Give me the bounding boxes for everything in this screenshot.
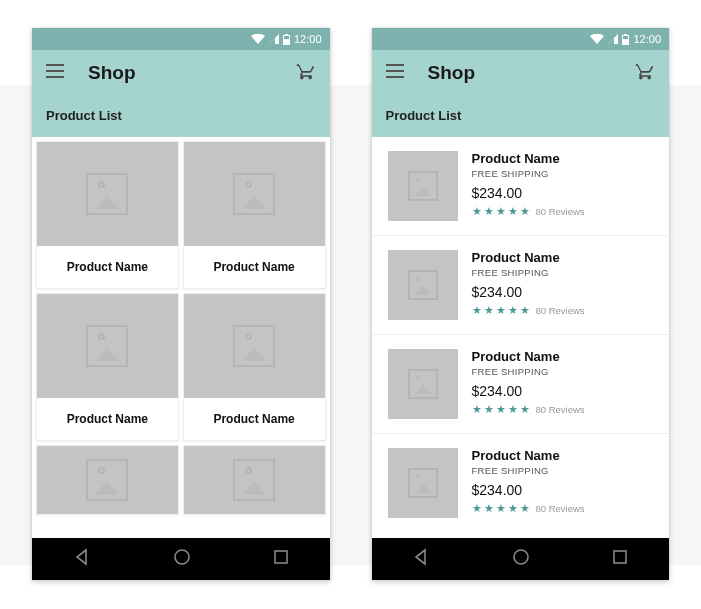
product-price: $234.00 xyxy=(472,284,654,300)
battery-icon xyxy=(283,34,290,45)
app-title: Shop xyxy=(80,62,280,84)
shipping-label: FREE SHIPPING xyxy=(472,366,654,377)
shipping-label: FREE SHIPPING xyxy=(472,465,654,476)
cart-icon[interactable] xyxy=(635,61,655,85)
review-count: 80 Reviews xyxy=(536,404,585,415)
recent-button[interactable] xyxy=(612,549,628,569)
svg-rect-6 xyxy=(624,34,627,35)
home-button[interactable] xyxy=(173,548,191,570)
star-icon: ★ xyxy=(508,502,518,515)
svg-point-3 xyxy=(175,550,189,564)
back-button[interactable] xyxy=(73,548,91,570)
star-icon: ★ xyxy=(484,205,494,218)
product-name: Product Name xyxy=(472,349,654,364)
rating: ★★★★★ 80 Reviews xyxy=(472,304,654,317)
status-bar: 12:00 xyxy=(32,28,330,50)
product-price: $234.00 xyxy=(472,383,654,399)
menu-icon[interactable] xyxy=(386,64,404,82)
app-bar: Shop Product List xyxy=(32,50,330,137)
recent-button[interactable] xyxy=(273,549,289,569)
star-icon: ★ xyxy=(472,502,482,515)
star-icon: ★ xyxy=(496,304,506,317)
product-image-placeholder xyxy=(388,448,458,518)
product-price: $234.00 xyxy=(472,185,654,201)
product-name: Product Name xyxy=(37,246,178,288)
app-title: Shop xyxy=(420,62,620,84)
product-name: Product Name xyxy=(472,151,654,166)
product-card[interactable]: Product Name xyxy=(36,293,179,441)
status-bar: 12:00 xyxy=(372,28,670,50)
android-nav-bar xyxy=(372,538,670,580)
phone-grid-view: 12:00 Shop Product List Product Name xyxy=(32,28,330,580)
signal-icon xyxy=(608,34,618,44)
star-icon: ★ xyxy=(520,502,530,515)
review-count: 80 Reviews xyxy=(536,305,585,316)
product-name: Product Name xyxy=(472,448,654,463)
shipping-label: FREE SHIPPING xyxy=(472,267,654,278)
product-image-placeholder xyxy=(37,446,178,514)
star-icon: ★ xyxy=(508,304,518,317)
svg-point-8 xyxy=(514,550,528,564)
star-icon: ★ xyxy=(472,403,482,416)
list-item[interactable]: Product Name FREE SHIPPING $234.00 ★★★★★… xyxy=(372,137,670,236)
svg-rect-7 xyxy=(623,36,628,39)
star-icon: ★ xyxy=(508,403,518,416)
section-title: Product List xyxy=(32,96,330,137)
product-image-placeholder xyxy=(184,446,325,514)
product-card[interactable] xyxy=(183,445,326,515)
back-button[interactable] xyxy=(412,548,430,570)
list-item[interactable]: Product Name FREE SHIPPING $234.00 ★★★★★… xyxy=(372,335,670,434)
svg-rect-4 xyxy=(275,551,287,563)
product-image-placeholder xyxy=(37,142,178,246)
rating: ★★★★★ 80 Reviews xyxy=(472,403,654,416)
star-icon: ★ xyxy=(472,304,482,317)
product-image-placeholder xyxy=(184,294,325,398)
product-card[interactable]: Product Name xyxy=(36,141,179,289)
product-card[interactable]: Product Name xyxy=(183,141,326,289)
svg-rect-2 xyxy=(284,36,289,39)
product-name: Product Name xyxy=(184,398,325,440)
star-icon: ★ xyxy=(496,502,506,515)
menu-icon[interactable] xyxy=(46,64,64,82)
product-card[interactable]: Product Name xyxy=(183,293,326,441)
wifi-icon xyxy=(251,34,265,44)
svg-rect-9 xyxy=(614,551,626,563)
home-button[interactable] xyxy=(512,548,530,570)
product-image-placeholder xyxy=(388,349,458,419)
product-card[interactable] xyxy=(36,445,179,515)
star-icon: ★ xyxy=(496,205,506,218)
list-item[interactable]: Product Name FREE SHIPPING $234.00 ★★★★★… xyxy=(372,236,670,335)
svg-rect-1 xyxy=(285,34,288,35)
star-icon: ★ xyxy=(484,403,494,416)
review-count: 80 Reviews xyxy=(536,503,585,514)
clock-text: 12:00 xyxy=(294,33,322,45)
cart-icon[interactable] xyxy=(296,61,316,85)
star-icon: ★ xyxy=(520,205,530,218)
phone-list-view: 12:00 Shop Product List Product Name FRE… xyxy=(372,28,670,580)
battery-icon xyxy=(622,34,629,45)
product-name: Product Name xyxy=(472,250,654,265)
review-count: 80 Reviews xyxy=(536,206,585,217)
star-icon: ★ xyxy=(520,403,530,416)
rating: ★★★★★ 80 Reviews xyxy=(472,502,654,515)
product-name: Product Name xyxy=(184,246,325,288)
product-image-placeholder xyxy=(388,250,458,320)
product-image-placeholder xyxy=(184,142,325,246)
shipping-label: FREE SHIPPING xyxy=(472,168,654,179)
star-icon: ★ xyxy=(472,205,482,218)
product-list: Product Name FREE SHIPPING $234.00 ★★★★★… xyxy=(372,137,670,538)
star-icon: ★ xyxy=(508,205,518,218)
clock-text: 12:00 xyxy=(633,33,661,45)
list-item[interactable]: Product Name FREE SHIPPING $234.00 ★★★★★… xyxy=(372,434,670,532)
product-image-placeholder xyxy=(37,294,178,398)
product-name: Product Name xyxy=(37,398,178,440)
app-bar: Shop Product List xyxy=(372,50,670,137)
section-title: Product List xyxy=(372,96,670,137)
signal-icon xyxy=(269,34,279,44)
product-price: $234.00 xyxy=(472,482,654,498)
product-image-placeholder xyxy=(388,151,458,221)
star-icon: ★ xyxy=(496,403,506,416)
rating: ★★★★★ 80 Reviews xyxy=(472,205,654,218)
star-icon: ★ xyxy=(484,304,494,317)
wifi-icon xyxy=(590,34,604,44)
